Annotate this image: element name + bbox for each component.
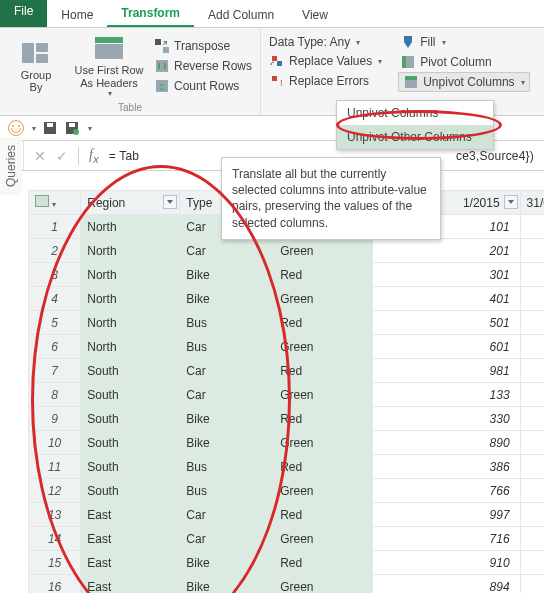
replace-errors-button[interactable]: !Replace Errors: [267, 71, 384, 91]
table-row[interactable]: 8SouthCarGreen133179: [29, 383, 545, 407]
cell-v2[interactable]: 426: [520, 431, 544, 455]
cell-colour[interactable]: Red: [274, 503, 373, 527]
cell-v1[interactable]: 301: [373, 263, 520, 287]
col-header-date2[interactable]: 31/03/2: [520, 191, 544, 215]
row-number[interactable]: 13: [29, 503, 81, 527]
cell-v1[interactable]: 981: [373, 359, 520, 383]
table-row[interactable]: 9SouthBikeRed330910: [29, 407, 545, 431]
menu-unpivot-columns[interactable]: Unpivot Columns: [337, 101, 493, 125]
table-row[interactable]: 4NorthBikeGreen401402: [29, 287, 545, 311]
cell-colour[interactable]: Red: [274, 551, 373, 575]
count-rows-button[interactable]: ΣCount Rows: [152, 76, 254, 96]
tab-home[interactable]: Home: [47, 3, 107, 27]
cell-colour[interactable]: Red: [274, 311, 373, 335]
cell-region[interactable]: North: [81, 311, 180, 335]
cell-region[interactable]: North: [81, 287, 180, 311]
data-type-button[interactable]: Data Type: Any▾: [267, 33, 384, 51]
row-number[interactable]: 7: [29, 359, 81, 383]
cell-type[interactable]: Car: [180, 239, 274, 263]
cell-colour[interactable]: Green: [274, 479, 373, 503]
table-row[interactable]: 16EastBikeGreen894524: [29, 575, 545, 594]
cell-region[interactable]: South: [81, 455, 180, 479]
table-row[interactable]: 2NorthCarGreen201202: [29, 239, 545, 263]
cell-region[interactable]: East: [81, 527, 180, 551]
table-row[interactable]: 3NorthBikeRed301302: [29, 263, 545, 287]
cell-type[interactable]: Bike: [180, 287, 274, 311]
cell-v2[interactable]: 910: [520, 407, 544, 431]
cell-v1[interactable]: 601: [373, 335, 520, 359]
cell-colour[interactable]: Green: [274, 287, 373, 311]
cell-v1[interactable]: 716: [373, 527, 520, 551]
row-number[interactable]: 3: [29, 263, 81, 287]
replace-values-button[interactable]: Replace Values▾: [267, 51, 384, 71]
cell-colour[interactable]: Red: [274, 263, 373, 287]
cell-type[interactable]: Bike: [180, 407, 274, 431]
unpivot-button[interactable]: Unpivot Columns▾: [398, 72, 529, 92]
cell-v2[interactable]: 102: [520, 215, 544, 239]
table-row[interactable]: 7SouthCarRed981521: [29, 359, 545, 383]
save-icon[interactable]: [42, 120, 58, 136]
fx-icon[interactable]: fx: [89, 147, 99, 165]
cell-v2[interactable]: 394: [520, 527, 544, 551]
formula-cancel-icon[interactable]: ✕: [34, 148, 46, 164]
cell-colour[interactable]: Red: [274, 455, 373, 479]
cell-v2[interactable]: 524: [520, 575, 544, 594]
tab-add-column[interactable]: Add Column: [194, 3, 288, 27]
cell-region[interactable]: North: [81, 215, 180, 239]
cell-type[interactable]: Car: [180, 383, 274, 407]
queries-pane-tab[interactable]: Queries: [0, 137, 22, 195]
cell-colour[interactable]: Green: [274, 431, 373, 455]
feedback-caret[interactable]: ▾: [32, 124, 36, 133]
cell-v1[interactable]: 997: [373, 503, 520, 527]
table-row[interactable]: 5NorthBusRed501502: [29, 311, 545, 335]
row-number[interactable]: 2: [29, 239, 81, 263]
cell-type[interactable]: Bus: [180, 455, 274, 479]
cell-v2[interactable]: 502: [520, 311, 544, 335]
table-row[interactable]: 6NorthBusGreen601602: [29, 335, 545, 359]
cell-colour[interactable]: Green: [274, 335, 373, 359]
cell-v2[interactable]: 602: [520, 335, 544, 359]
select-all-corner[interactable]: ▾: [29, 191, 81, 215]
transpose-button[interactable]: Transpose: [152, 36, 254, 56]
cell-colour[interactable]: Red: [274, 359, 373, 383]
filter-icon[interactable]: [504, 195, 518, 209]
save-as-icon[interactable]: [64, 120, 80, 136]
row-number[interactable]: 1: [29, 215, 81, 239]
menu-unpivot-other-columns[interactable]: Unpivot Other Columns: [337, 125, 493, 149]
group-by-button[interactable]: Group By: [6, 37, 66, 96]
tab-file[interactable]: File: [0, 0, 47, 27]
cell-v1[interactable]: 501: [373, 311, 520, 335]
row-number[interactable]: 11: [29, 455, 81, 479]
cell-type[interactable]: Bus: [180, 335, 274, 359]
cell-region[interactable]: South: [81, 383, 180, 407]
tab-transform[interactable]: Transform: [107, 1, 194, 27]
cell-colour[interactable]: Red: [274, 407, 373, 431]
cell-v1[interactable]: 894: [373, 575, 520, 594]
cell-type[interactable]: Bike: [180, 575, 274, 594]
cell-v1[interactable]: 133: [373, 383, 520, 407]
data-grid[interactable]: ▾ Region Type 1/2015 31/03/2 1NorthCarRe…: [28, 190, 544, 593]
formula-commit-icon[interactable]: ✓: [56, 148, 68, 164]
row-number[interactable]: 14: [29, 527, 81, 551]
cell-type[interactable]: Car: [180, 527, 274, 551]
cell-region[interactable]: East: [81, 551, 180, 575]
cell-v1[interactable]: 201: [373, 239, 520, 263]
cell-region[interactable]: South: [81, 407, 180, 431]
reverse-rows-button[interactable]: Reverse Rows: [152, 56, 254, 76]
cell-v2[interactable]: 179: [520, 383, 544, 407]
cell-v1[interactable]: 910: [373, 551, 520, 575]
row-number[interactable]: 6: [29, 335, 81, 359]
use-first-row-button[interactable]: Use First Row As Headers▾: [70, 32, 148, 100]
cell-v2[interactable]: 948: [520, 455, 544, 479]
cell-type[interactable]: Bike: [180, 263, 274, 287]
row-number[interactable]: 5: [29, 311, 81, 335]
cell-v2[interactable]: 521: [520, 359, 544, 383]
row-number[interactable]: 16: [29, 575, 81, 594]
cell-region[interactable]: South: [81, 359, 180, 383]
cell-colour[interactable]: Green: [274, 575, 373, 594]
cell-v1[interactable]: 890: [373, 431, 520, 455]
cell-region[interactable]: North: [81, 335, 180, 359]
cell-region[interactable]: North: [81, 239, 180, 263]
filter-icon[interactable]: [163, 195, 177, 209]
table-row[interactable]: 10SouthBikeGreen890426: [29, 431, 545, 455]
